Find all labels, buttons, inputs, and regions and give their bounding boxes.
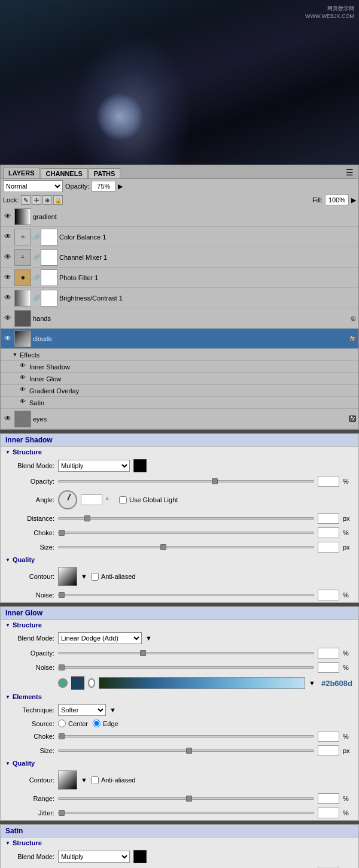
eye-photo-filter[interactable]: 👁	[3, 273, 13, 283]
ig-color-swatch[interactable]	[71, 676, 84, 690]
satin-blend-dropdown[interactable]: Multiply	[58, 851, 130, 863]
lock-all-icon[interactable]: 🔒	[53, 195, 63, 205]
sub-item-satin[interactable]: 👁 Satin	[1, 397, 358, 409]
ig-anti-aliased-check[interactable]	[91, 776, 99, 784]
eye-channel-mixer[interactable]: 👁	[3, 253, 13, 262]
eye-inner-glow[interactable]: 👁	[19, 374, 27, 384]
layer-brightness-contrast[interactable]: 👁 🔗 Brightness/Contrast 1	[1, 288, 358, 308]
ig-noise-input[interactable]: 0	[318, 662, 339, 673]
ig-size-slider[interactable]	[58, 749, 314, 752]
is-noise-thumb[interactable]	[59, 592, 65, 598]
ig-technique-dropdown[interactable]: Softer	[58, 704, 106, 716]
is-distance-input[interactable]: 2	[318, 513, 339, 524]
ig-technique-arrow[interactable]: ▼	[109, 706, 116, 714]
ig-contour-arrow[interactable]: ▼	[81, 776, 87, 784]
lock-image-icon[interactable]: ✢	[32, 195, 41, 205]
layer-clouds[interactable]: 👁 clouds fx	[1, 329, 358, 349]
is-choke-slider[interactable]	[58, 532, 314, 534]
is-distance-slider[interactable]	[58, 517, 314, 520]
ig-size-input[interactable]: 50	[318, 745, 339, 756]
layer-hands[interactable]: 👁 hands ◎	[1, 308, 358, 329]
eye-hands[interactable]: 👁	[3, 314, 13, 323]
is-angle-dial[interactable]	[58, 490, 77, 509]
is-distance-thumb[interactable]	[84, 515, 90, 521]
ig-opacity-thumb[interactable]	[140, 650, 146, 656]
layer-eyes[interactable]: 👁 eyes fx	[1, 409, 358, 429]
eye-clouds[interactable]: 👁	[3, 334, 13, 344]
is-choke-thumb[interactable]	[59, 530, 65, 536]
ig-size-thumb[interactable]	[186, 748, 192, 754]
ig-opacity-slider[interactable]	[58, 652, 314, 654]
ig-range-slider[interactable]	[58, 797, 314, 800]
sub-item-gradient-overlay[interactable]: 👁 Gradient Overlay	[1, 385, 358, 397]
sub-item-inner-glow[interactable]: 👁 Inner Glow	[1, 373, 358, 385]
ig-gradient-radio[interactable]	[88, 678, 95, 688]
is-color-swatch[interactable]	[133, 459, 147, 472]
is-opacity-input[interactable]: 65	[318, 476, 339, 487]
ig-choke-thumb[interactable]	[59, 733, 65, 739]
ig-source-center-label: Center	[68, 720, 88, 727]
eye-eyes[interactable]: 👁	[3, 414, 13, 424]
layer-gradient[interactable]: 👁 gradient	[1, 207, 358, 227]
eye-brightness-contrast[interactable]: 👁	[3, 293, 13, 303]
ig-gradient-arrow[interactable]: ▼	[309, 679, 315, 687]
ig-jitter-thumb[interactable]	[59, 810, 65, 816]
ig-jitter-input[interactable]: 0	[318, 808, 339, 818]
ig-opacity-input[interactable]: 35	[318, 648, 339, 658]
fill-input[interactable]	[325, 195, 349, 205]
is-anti-aliased-check[interactable]	[91, 573, 99, 581]
ig-range-thumb[interactable]	[186, 796, 192, 802]
is-opacity-slider[interactable]	[58, 480, 314, 482]
is-size-slider[interactable]	[58, 546, 314, 548]
is-angle-input[interactable]: 113	[81, 494, 102, 505]
is-opacity-thumb[interactable]	[212, 478, 218, 484]
is-noise-input[interactable]: 0	[318, 590, 339, 600]
opacity-arrow[interactable]: ▶	[118, 183, 123, 190]
ig-solid-radio[interactable]	[58, 678, 68, 688]
is-size-input[interactable]: 22	[318, 542, 339, 553]
ig-noise-thumb[interactable]	[59, 664, 65, 670]
is-size-thumb[interactable]	[160, 544, 166, 550]
fill-arrow[interactable]: ▶	[351, 196, 356, 204]
ig-radio-center[interactable]	[58, 720, 66, 727]
ig-range-input[interactable]: 50	[318, 793, 339, 804]
ig-blend-arrow[interactable]: ▼	[145, 635, 152, 642]
layer-photo-filter[interactable]: 👁 ◉ 🔗 Photo Filter 1	[1, 268, 358, 288]
is-choke-input[interactable]: 0	[318, 527, 339, 538]
ig-blend-dropdown[interactable]: Linear Dodge (Add)	[58, 632, 142, 644]
layer-channel-mixer[interactable]: 👁 ≡ 🔗 Channel Mixer 1	[1, 247, 358, 268]
eye-inner-shadow[interactable]: 👁	[19, 362, 27, 372]
tab-channels[interactable]: CHANNELS	[41, 168, 88, 178]
is-global-light-check[interactable]	[119, 496, 127, 504]
ig-source-center[interactable]: Center	[58, 720, 88, 727]
is-dial-line	[67, 494, 71, 501]
tab-layers[interactable]: LAYERS	[3, 168, 40, 178]
ig-choke-input[interactable]: 0	[318, 731, 339, 742]
ig-jitter-slider[interactable]	[58, 812, 314, 814]
ig-gradient-bar[interactable]	[99, 677, 305, 689]
ig-source-edge[interactable]: Edge	[93, 720, 118, 727]
sub-item-inner-shadow[interactable]: 👁 Inner Shadow	[1, 361, 358, 373]
lock-position-icon[interactable]: ⊕	[42, 195, 52, 205]
eye-gradient-overlay[interactable]: 👁	[19, 386, 27, 396]
eye-satin[interactable]: 👁	[19, 398, 27, 408]
layers-menu-icon[interactable]: ☰	[343, 166, 356, 178]
is-noise-slider[interactable]	[58, 594, 314, 596]
opacity-input[interactable]	[92, 181, 115, 192]
is-contour-arrow[interactable]: ▼	[81, 573, 87, 580]
blend-mode-dropdown[interactable]: Normal	[3, 180, 63, 192]
effects-header[interactable]: ▼ Effects	[1, 349, 358, 361]
lock-transparent-icon[interactable]: ✎	[21, 195, 31, 205]
eye-gradient[interactable]: 👁	[3, 212, 13, 221]
tab-paths[interactable]: PATHS	[89, 168, 121, 178]
ig-choke-slider[interactable]	[58, 735, 314, 738]
eye-color-balance[interactable]: 👁	[3, 232, 13, 242]
is-contour-thumb[interactable]	[58, 567, 77, 586]
effects-triangle[interactable]: ▼	[13, 352, 17, 357]
ig-noise-slider[interactable]	[58, 666, 314, 669]
ig-radio-edge[interactable]	[93, 720, 101, 727]
satin-color-swatch[interactable]	[133, 850, 147, 863]
is-blend-dropdown[interactable]: Multiply	[58, 460, 130, 472]
layer-color-balance[interactable]: 👁 ⚖ 🔗 Color Balance 1	[1, 227, 358, 247]
ig-contour-thumb[interactable]	[58, 770, 77, 790]
